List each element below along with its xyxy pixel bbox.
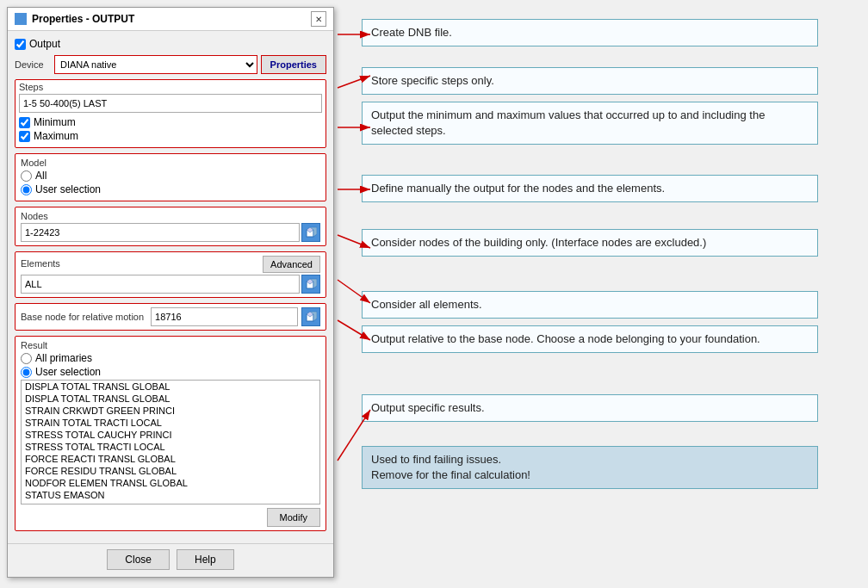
properties-dialog: Properties - OUTPUT ✕ Output Device DIAN… (7, 7, 334, 578)
result-all-radio[interactable] (21, 353, 32, 364)
annotation-box-ann6: Consider all elements. (362, 291, 818, 319)
device-row: Device DIANA native Properties (15, 55, 326, 74)
titlebar-left: Properties - OUTPUT (15, 13, 134, 25)
base-node-input[interactable]: 18716 (151, 307, 298, 326)
list-item[interactable]: DISPLA TOTAL TRANSL GLOBAL (22, 393, 319, 405)
dialog-titlebar: Properties - OUTPUT ✕ (8, 8, 333, 31)
minimum-label: Minimum (34, 116, 76, 128)
base-node-cube-button[interactable] (301, 307, 320, 326)
model-all-row: All (21, 170, 320, 182)
result-label: Result (21, 340, 320, 350)
model-all-radio[interactable] (21, 170, 32, 182)
model-user-radio[interactable] (21, 184, 32, 195)
maximum-row: Maximum (19, 130, 322, 142)
model-user-row: User selection (21, 183, 320, 195)
maximum-label: Maximum (34, 130, 78, 142)
base-node-cube-icon (305, 311, 317, 323)
nodes-input-row: 1-22423 (21, 223, 320, 242)
model-label: Model (21, 158, 320, 168)
dialog-footer: Close Help (8, 543, 333, 577)
annotation-box-ann3: Output the minimum and maximum values th… (362, 102, 818, 145)
minimum-row: Minimum (19, 116, 322, 128)
elements-input[interactable]: ALL (21, 275, 300, 294)
result-user-row: User selection (21, 366, 320, 378)
list-item[interactable]: STRESS TOTAL CAUCHY PRINCI (22, 429, 319, 441)
list-item[interactable]: FORCE RESIDU TRANSL GLOBAL (22, 465, 319, 477)
list-item[interactable]: NODFOR ELEMEN TRANSL GLOBAL (22, 477, 319, 489)
annotation-box-ann5: Consider nodes of the building only. (In… (362, 229, 818, 257)
result-list[interactable]: DISPLA TOTAL TRANSL GLOBALDISPLA TOTAL T… (21, 380, 320, 504)
result-user-radio[interactable] (21, 367, 32, 378)
result-bottom: Modify (21, 508, 320, 527)
maximum-checkbox[interactable] (19, 131, 30, 142)
list-item[interactable]: STRAIN CRKWDT GREEN PRINCI (22, 405, 319, 417)
list-item[interactable]: STATUS EMASON (22, 489, 319, 501)
output-checkbox[interactable] (15, 39, 26, 50)
nodes-cube-button[interactable] (301, 223, 320, 242)
annotation-box-ann1: Create DNB file. (362, 19, 818, 46)
list-item[interactable]: DISPLA TOTAL TRANSL GLOBAL (22, 381, 319, 393)
steps-label: Steps (16, 80, 326, 92)
cube-icon (305, 226, 317, 238)
steps-input-row: 1-5 50-400(5) LAST (16, 92, 326, 115)
nodes-input[interactable]: 1-22423 (21, 223, 300, 242)
help-button[interactable]: Help (177, 549, 234, 570)
model-user-label: User selection (35, 183, 101, 195)
properties-button[interactable]: Properties (261, 55, 326, 74)
annotation-box-ann9: Used to find failing issues.Remove for t… (362, 446, 818, 489)
result-all-row: All primaries (21, 352, 320, 364)
steps-input[interactable]: 1-5 50-400(5) LAST (19, 94, 322, 113)
nodes-label: Nodes (21, 211, 320, 221)
elements-cube-icon (305, 278, 317, 290)
dialog-title: Properties - OUTPUT (32, 13, 134, 25)
output-checkbox-label: Output (29, 38, 60, 50)
result-section: Result All primaries User selection DISP… (15, 336, 326, 531)
base-node-section: Base node for relative motion 18716 (15, 303, 326, 331)
output-checkbox-row: Output (15, 38, 326, 50)
modify-button[interactable]: Modify (267, 508, 320, 527)
list-item[interactable]: STRAIN TOTAL TRACTI LOCAL (22, 417, 319, 429)
model-section: Model All User selection (15, 153, 326, 201)
base-node-label: Base node for relative motion (21, 312, 144, 322)
advanced-button[interactable]: Advanced (263, 256, 320, 273)
elements-header: Elements Advanced (21, 256, 320, 273)
dialog-close-button[interactable]: ✕ (311, 11, 326, 27)
result-user-label: User selection (35, 366, 101, 378)
close-button[interactable]: Close (107, 549, 170, 570)
list-item[interactable]: FORCE REACTI TRANSL GLOBAL (22, 453, 319, 465)
device-label: Device (15, 59, 51, 70)
elements-section: Elements Advanced ALL (15, 251, 326, 298)
annotation-box-ann2: Store specific steps only. (362, 67, 818, 95)
nodes-section: Nodes 1-22423 (15, 207, 326, 246)
dialog-body: Output Device DIANA native Properties St… (8, 31, 333, 543)
elements-input-row: ALL (21, 275, 320, 294)
elements-label: Elements (21, 258, 60, 269)
result-all-primaries-label: All primaries (35, 352, 92, 364)
steps-group: Steps 1-5 50-400(5) LAST Minimum Maximum (15, 79, 326, 148)
annotation-box-ann7: Output relative to the base node. Choose… (362, 325, 818, 353)
dialog-icon (15, 13, 27, 25)
elements-cube-button[interactable] (301, 275, 320, 294)
model-all-label: All (35, 170, 46, 182)
annotation-box-ann4: Define manually the output for the nodes… (362, 175, 818, 202)
list-item[interactable]: STRESS TOTAL TRACTI LOCAL (22, 441, 319, 453)
minimum-checkbox[interactable] (19, 117, 30, 128)
device-select[interactable]: DIANA native (54, 55, 257, 74)
steps-checks: Minimum Maximum (16, 115, 326, 147)
annotation-box-ann8: Output specific results. (362, 394, 818, 422)
